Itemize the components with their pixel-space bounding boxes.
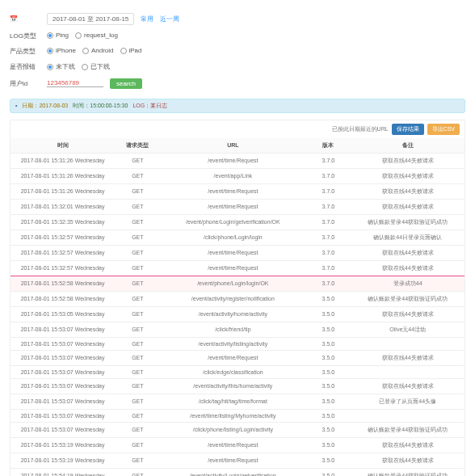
product-option-1[interactable]: Android xyxy=(82,47,114,54)
cell-method: GET xyxy=(115,394,160,409)
date-icon: 📅 xyxy=(10,15,40,23)
cell-version: 3.5.0 xyxy=(305,422,351,437)
cell-remark: 登录成功44 xyxy=(351,276,464,291)
table-row[interactable]: 2017-08-01 15:31:26 WednesdayGET/event/t… xyxy=(11,183,464,199)
table-row[interactable]: 2017-08-01 15:32:01 WednesdayGET/event/t… xyxy=(11,199,464,214)
cell-url: /click/edge/classification xyxy=(160,365,305,378)
cell-method: GET xyxy=(115,453,160,468)
radio-label: iPad xyxy=(129,47,142,54)
error-option-0[interactable]: 未下线 xyxy=(47,62,75,71)
cell-remark: 确认账款登录44获取验证码成功 xyxy=(351,422,464,437)
cell-remark xyxy=(351,365,464,378)
cell-url: /event/time/Request xyxy=(160,153,305,168)
cell-version: 3.7.0 xyxy=(305,168,351,183)
table-row[interactable]: 2017-08-01 15:32:57 WednesdayGET/event/t… xyxy=(11,260,464,276)
radio-label: Ping xyxy=(56,32,69,39)
cell-time: 2017-08-01 15:32:57 Wednesday xyxy=(11,260,115,276)
table-row[interactable]: 2017-08-01 15:54:19 WednesdayGET/event/a… xyxy=(11,468,464,476)
table-row[interactable]: 2017-08-01 15:53:19 WednesdayGET/event/t… xyxy=(11,453,464,468)
table-row[interactable]: 2017-08-01 15:53:07 WednesdayGET/click/e… xyxy=(11,365,464,378)
cell-version: 3.7.0 xyxy=(305,230,351,245)
cell-time: 2017-08-01 15:53:07 Wednesday xyxy=(11,322,115,337)
cell-time: 2017-08-01 15:31:26 Wednesday xyxy=(11,153,115,168)
table-row[interactable]: 2017-08-01 15:53:05 WednesdayGET/event/a… xyxy=(11,306,464,322)
cell-version: 3.5.0 xyxy=(305,322,351,337)
cell-version: 3.5.0 xyxy=(305,378,351,394)
cell-time: 2017-08-01 15:53:07 Wednesday xyxy=(11,409,115,422)
table-row[interactable]: 2017-08-01 15:32:57 WednesdayGET/click/p… xyxy=(11,230,464,245)
date-range[interactable]: 2017-08-01 至 2017-08-15 xyxy=(47,13,134,25)
cell-method: GET xyxy=(115,260,160,276)
search-button[interactable]: search xyxy=(110,78,142,89)
log-table: 时间 请求类型 URL 版本 备注 2017-08-01 15:31:26 We… xyxy=(11,138,464,477)
cell-url: /event/phone/Login/getverification/OK xyxy=(160,214,305,230)
cell-remark xyxy=(351,409,464,422)
filter-user-row: 用户id search xyxy=(10,75,465,92)
table-row[interactable]: 2017-08-01 15:52:58 WednesdayGET/event/a… xyxy=(11,291,464,306)
btn-save-result[interactable]: 保存结果 xyxy=(392,124,424,135)
table-row[interactable]: 2017-08-01 15:31:26 WednesdayGET/event/t… xyxy=(11,153,464,168)
cell-url: /event/activity/Login/getverification xyxy=(160,468,305,476)
cell-url: /click/phone/Login/login xyxy=(160,230,305,245)
cell-remark: 获取在线44失败请求 xyxy=(351,453,464,468)
table-row[interactable]: 2017-08-01 15:53:07 WednesdayGET/event/a… xyxy=(11,337,464,350)
user-input[interactable] xyxy=(47,79,103,87)
cell-method: GET xyxy=(115,468,160,476)
log-option-0[interactable]: Ping xyxy=(47,32,69,39)
product-option-0[interactable]: iPhone xyxy=(47,47,76,54)
table-row[interactable]: 2017-08-01 15:32:57 WednesdayGET/event/t… xyxy=(11,245,464,260)
cell-version: 3.5.0 xyxy=(305,306,351,322)
table-row[interactable]: 2017-08-01 15:52:58 WednesdayGET/event/p… xyxy=(11,276,464,291)
cell-method: GET xyxy=(115,378,160,394)
cell-method: GET xyxy=(115,422,160,437)
log-option-1[interactable]: request_log xyxy=(75,32,118,39)
cell-url: /event/activity/home/activity xyxy=(160,306,305,322)
table-row[interactable]: 2017-08-01 15:53:07 WednesdayGET/click/f… xyxy=(11,322,464,337)
cell-url: /event/time/Request xyxy=(160,199,305,214)
cell-remark: 获取在线44失败请求 xyxy=(351,168,464,183)
table-row[interactable]: 2017-08-01 15:53:19 WednesdayGET/event/t… xyxy=(11,437,464,453)
cell-url: /event/activity/listing/activity xyxy=(160,337,305,350)
cell-time: 2017-08-01 15:32:01 Wednesday xyxy=(11,199,115,214)
cell-version: 3.7.0 xyxy=(305,245,351,260)
cell-time: 2017-08-01 15:54:19 Wednesday xyxy=(11,468,115,476)
btn-export-csv[interactable]: 导出CSV xyxy=(427,124,460,135)
cell-remark: 获取在线44失败请求 xyxy=(351,378,464,394)
table-row[interactable]: 2017-08-01 15:53:07 WednesdayGET/click/p… xyxy=(11,422,464,437)
cell-version: 3.7.0 xyxy=(305,199,351,214)
cell-method: GET xyxy=(115,199,160,214)
filter-date-row: 📅 2017-08-01 至 2017-08-15 常用 近一周 xyxy=(10,10,465,28)
error-option-1[interactable]: 已下线 xyxy=(82,62,110,71)
radio-icon xyxy=(47,64,53,70)
cell-url: /event/time/Request xyxy=(160,183,305,199)
cell-method: GET xyxy=(115,365,160,378)
table-row[interactable]: 2017-08-01 15:53:07 WednesdayGET/event/t… xyxy=(11,409,464,422)
cell-method: GET xyxy=(115,245,160,260)
cell-remark: 获取在线44失败请求 xyxy=(351,199,464,214)
table-row[interactable]: 2017-08-01 15:53:07 WednesdayGET/event/t… xyxy=(11,350,464,365)
cell-method: GET xyxy=(115,437,160,453)
cell-remark: 确认账款44日登录页面确认 xyxy=(351,230,464,245)
cell-url: /event/time/Request xyxy=(160,245,305,260)
user-label: 用户id xyxy=(10,79,40,88)
cell-method: GET xyxy=(115,337,160,350)
cell-method: GET xyxy=(115,214,160,230)
table-row[interactable]: 2017-08-01 15:31:26 WednesdayGET/event/a… xyxy=(11,168,464,183)
radio-icon xyxy=(47,32,53,39)
product-option-2[interactable]: iPad xyxy=(120,47,142,54)
cell-version: 3.7.0 xyxy=(305,214,351,230)
table-row[interactable]: 2017-08-01 15:32:35 WednesdayGET/event/p… xyxy=(11,214,464,230)
table-row[interactable]: 2017-08-01 15:53:07 WednesdayGET/click/t… xyxy=(11,394,464,409)
col-url: URL xyxy=(160,138,305,154)
cell-method: GET xyxy=(115,322,160,337)
cell-version: 3.5.0 xyxy=(305,453,351,468)
radio-label: 未下线 xyxy=(56,62,75,71)
date-action-0[interactable]: 常用 xyxy=(141,15,153,23)
date-action-1[interactable]: 近一周 xyxy=(160,15,179,23)
radio-label: Android xyxy=(91,47,114,54)
cell-remark: 获取在线44失败请求 xyxy=(351,153,464,168)
cell-url: /event/time/Request xyxy=(160,350,305,365)
cell-time: 2017-08-01 15:32:35 Wednesday xyxy=(11,214,115,230)
radio-icon xyxy=(82,48,89,54)
table-row[interactable]: 2017-08-01 15:53:07 WednesdayGET/event/a… xyxy=(11,378,464,394)
